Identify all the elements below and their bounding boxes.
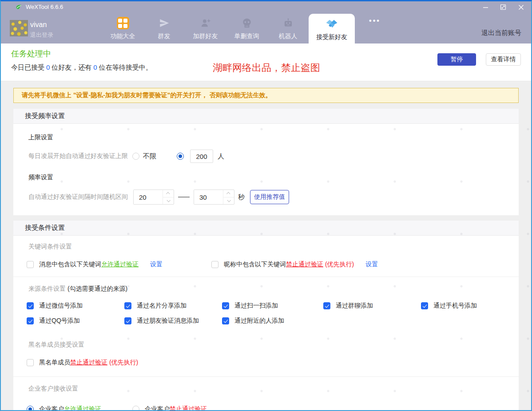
add-friend-icon (200, 16, 211, 30)
nickname-keyword-label: 昵称中包含以下关键词禁止通过验证 (优先执行) (224, 261, 354, 269)
message-keyword-label: 消息中包含以下关键词允许通过验证 (39, 261, 139, 269)
blacklist-subtitle: 黑名单成员接受设置 (28, 341, 519, 349)
source-subtitle: 来源条件设置 (勾选需要通过的来源) (28, 285, 519, 293)
more-tabs-icon[interactable]: ••• (355, 1, 395, 43)
app-window: WeXTool 6.6.6 vivan 退出登录 (0, 0, 532, 411)
min-interval-up-icon[interactable] (163, 190, 174, 197)
source-option-checkbox[interactable] (124, 317, 131, 324)
source-option-label: 通过扫一扫添加 (234, 302, 278, 310)
source-option-label: 通过名片分享添加 (137, 302, 187, 310)
source-option-6: 通过朋友验证消息添加 (124, 317, 222, 325)
limit-subtitle: 上限设置 (28, 134, 519, 142)
tab-add-group-friends[interactable]: 加群好友 (185, 1, 226, 43)
rate-label: 自动通过好友验证间隔时间随机区间 (28, 193, 128, 201)
source-option-checkbox[interactable] (27, 302, 34, 309)
minimize-button[interactable] (480, 2, 491, 12)
enterprise-allow-radio[interactable] (27, 406, 34, 411)
enterprise-allow-label: 企业客户允许通过验证 (39, 405, 101, 411)
blacklist-row: 黑名单成员禁止通过验证 (优先执行) (13, 359, 519, 367)
tab-features[interactable]: 功能大全 (102, 1, 143, 43)
condition-settings-card: 接受条件设置 关键词条件设置 消息中包含以下关键词允许通过验证 设置 昵称中包含… (13, 221, 519, 411)
frequency-settings-card: 接受频率设置 上限设置 每日凌晨开始自动通过好友验证上限 不限 人 频率设置 自… (13, 109, 519, 215)
message-keyword-settings-link[interactable]: 设置 (150, 261, 163, 269)
limit-row: 每日凌晨开始自动通过好友验证上限 不限 人 (13, 150, 519, 163)
pause-button[interactable]: 暂停 (437, 53, 476, 66)
watermark-text: 湖畔网络出品，禁止盗图 (213, 61, 320, 75)
handshake-icon (325, 17, 338, 31)
user-avatar[interactable] (10, 20, 28, 36)
blacklist-label: 黑名单成员禁止通过验证 (优先执行) (39, 359, 138, 367)
tab-robot[interactable]: 机器人 (267, 1, 309, 43)
maximize-button[interactable] (497, 2, 509, 12)
source-option-checkbox[interactable] (124, 302, 131, 309)
tab-delete-check[interactable]: 单删查询 (226, 1, 267, 43)
view-details-button[interactable]: 查看详情 (486, 53, 521, 66)
rate-row: 自动通过好友验证间隔时间随机区间 (13, 190, 519, 205)
limit-value-input[interactable] (190, 150, 213, 163)
waiting-count: 0 (91, 63, 99, 71)
unlimited-label: 不限 (143, 152, 156, 161)
min-interval-down-icon[interactable] (163, 197, 174, 205)
condition-section-title: 接受条件设置 (13, 221, 519, 236)
max-interval-up-icon[interactable] (223, 190, 234, 197)
divider (13, 376, 519, 377)
source-option-label: 通过附近的人添加 (234, 317, 284, 325)
source-option-2: 通过扫一扫添加 (222, 302, 323, 310)
message-keyword-checkbox[interactable] (27, 261, 34, 268)
source-option-0: 通过微信号添加 (27, 302, 124, 310)
nickname-keyword-settings-link[interactable]: 设置 (365, 261, 378, 269)
blacklist-checkbox[interactable] (27, 359, 34, 366)
status-bar: 任务处理中 今日已接受0位好友，还有0位在等待接受中。 湖畔网络出品，禁止盗图 … (1, 43, 531, 81)
skull-icon (241, 16, 253, 30)
rate-subtitle: 频率设置 (28, 174, 519, 182)
nickname-keyword-checkbox[interactable] (211, 261, 218, 268)
max-interval-stepper (194, 190, 234, 205)
divider (13, 277, 519, 277)
max-interval-input[interactable] (194, 190, 223, 204)
unlimited-radio[interactable] (132, 153, 139, 160)
accepted-count: 0 (44, 63, 52, 71)
range-dash (178, 197, 190, 198)
source-option-1: 通过名片分享添加 (124, 302, 222, 310)
source-option-checkbox[interactable] (421, 302, 428, 309)
header-chrome: WeXTool 6.6.6 vivan 退出登录 (1, 1, 531, 43)
app-logo-icon (15, 4, 23, 11)
source-option-label: 通过QQ号添加 (39, 317, 80, 325)
page-content: 请先将手机微信上 "设置-隐私-加我为朋友时需要验证"的开关打开， 否则该功能无… (1, 82, 531, 410)
limited-radio[interactable] (177, 153, 184, 160)
enterprise-deny-label: 企业客户禁止通过验证 (145, 405, 207, 411)
source-option-checkbox[interactable] (27, 317, 34, 324)
user-name: vivan (30, 21, 47, 29)
frequency-section-title: 接受频率设置 (13, 109, 519, 124)
source-option-label: 通过群聊添加 (336, 302, 373, 310)
source-option-label: 通过朋友验证消息添加 (137, 317, 199, 325)
logout-account-link[interactable]: 退出当前账号 (481, 29, 521, 37)
tab-accept-new-friends[interactable]: 接受新好友 (309, 14, 355, 43)
limit-unit: 人 (218, 152, 224, 161)
robot-icon (282, 16, 294, 30)
enterprise-row: 企业客户允许通过验证 企业客户禁止通过验证 (13, 405, 519, 411)
task-status-title: 任务处理中 (11, 48, 51, 59)
max-interval-down-icon[interactable] (223, 197, 234, 205)
warning-banner: 请先将手机微信上 "设置-隐私-加我为朋友时需要验证"的开关打开， 否则该功能无… (13, 88, 519, 103)
source-options-grid: 通过微信号添加通过名片分享添加通过扫一扫添加通过群聊添加通过手机号添加通过QQ号… (13, 302, 519, 325)
source-option-5: 通过QQ号添加 (27, 317, 124, 325)
source-option-checkbox[interactable] (222, 302, 229, 309)
source-option-3: 通过群聊添加 (323, 302, 421, 310)
send-icon (159, 16, 170, 30)
close-button[interactable] (515, 2, 527, 12)
source-option-7: 通过附近的人添加 (222, 317, 323, 325)
enterprise-deny-radio[interactable] (132, 406, 139, 411)
min-interval-input[interactable] (134, 190, 163, 204)
logout-link[interactable]: 退出登录 (30, 31, 53, 39)
nav-tabs: 功能大全 群发 加群好友 (102, 1, 395, 43)
tab-mass-send[interactable]: 群发 (143, 1, 185, 43)
min-interval-stepper (133, 190, 174, 205)
source-option-checkbox[interactable] (222, 317, 229, 324)
window-title: WeXTool 6.6.6 (26, 4, 63, 10)
rate-unit: 秒 (238, 193, 245, 202)
enterprise-subtitle: 企业客户接收设置 (28, 385, 519, 393)
use-recommended-button[interactable]: 使用推荐值 (250, 190, 289, 204)
grid-icon (117, 16, 129, 30)
source-option-checkbox[interactable] (323, 302, 330, 309)
